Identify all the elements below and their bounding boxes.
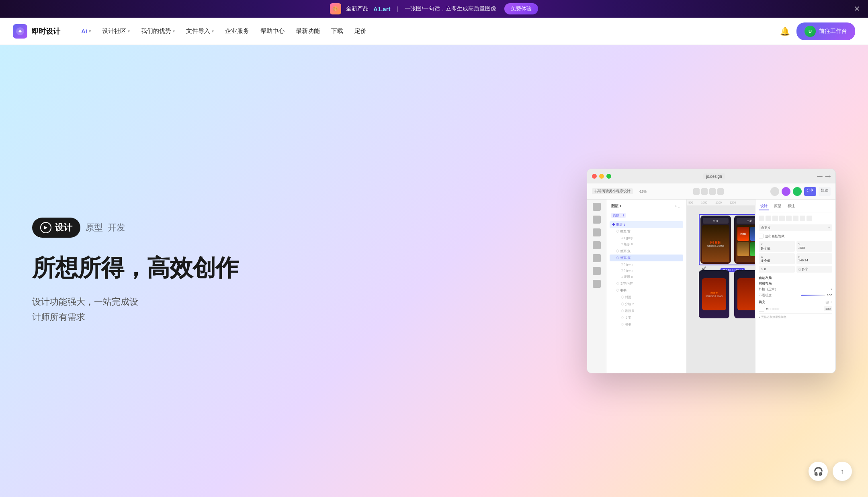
layer-item[interactable]: ◆ 图层 1	[610, 221, 683, 228]
x-value: 多个值	[761, 246, 793, 251]
mockup-nav-forward-icon: ⟶	[825, 174, 831, 179]
top-banner: 🎨 全新产品 A1.art | 一张图/一句话，立即生成高质量图像 免费体验 ✕	[0, 0, 868, 18]
props-tabs: 设计 原型 标注	[759, 203, 832, 212]
selection-border: 9:41 FIRE WRECKS A SONG	[699, 214, 755, 265]
tag-design-label: 设计	[55, 222, 72, 234]
layer-item[interactable]: ◇ 整页/底	[610, 248, 683, 255]
nav-item-ai[interactable]: Ai ▾	[76, 24, 96, 38]
opacity-value: 100	[827, 293, 832, 297]
nav-item-help[interactable]: 帮助中心	[256, 24, 289, 38]
outside-label: 外框（正常）	[759, 287, 778, 291]
wh-size: W 多个值 H 146.34	[759, 253, 832, 264]
scroll-up-icon: ↑	[841, 467, 844, 476]
opacity-slider[interactable]	[801, 295, 825, 296]
layer-item-active[interactable]: ◇ 整页/底	[610, 255, 683, 261]
custom-dropdown[interactable]: 自定义 ▾	[759, 224, 832, 231]
props-tab-design[interactable]: 设计	[759, 203, 769, 210]
banner-product-name: A1.art	[373, 6, 391, 12]
layer-item[interactable]: ◇ 文案	[610, 314, 683, 321]
layer-item[interactable]: □ 矩形 8	[610, 273, 683, 280]
nav-item-enterprise-label: 企业服务	[225, 27, 249, 35]
scroll-to-top-button[interactable]: ↑	[833, 462, 852, 481]
mockup-project-name: 书籍阅读类小程序设计	[592, 188, 633, 194]
tag-design: ▶ 设计	[32, 218, 80, 238]
logo-text: 即时设计	[31, 26, 60, 36]
fill-color-swatch[interactable]	[759, 306, 764, 312]
fill-row: #FFFFFF 100	[759, 306, 832, 312]
y-coord[interactable]: Y -238	[796, 241, 833, 252]
clip-toggle-row: 超出画板隐藏	[759, 234, 832, 238]
props-tab-prototype[interactable]: 原型	[772, 203, 783, 210]
section-text: 自动布局	[759, 276, 832, 280]
hero-subtitle-line1: 设计功能强大，一站完成设	[32, 297, 138, 307]
sidebar-tool-3	[593, 228, 601, 236]
layer-item[interactable]: □ 6.jpeg	[610, 261, 683, 267]
layers-add-icon: + ...	[675, 204, 682, 208]
layer-item[interactable]: ◇ 封面	[610, 294, 683, 301]
height-value: 146.34	[798, 259, 831, 262]
nav-item-import-chevron: ▾	[212, 29, 214, 33]
support-button[interactable]: 🎧	[809, 462, 828, 481]
sidebar-tool-6	[593, 267, 601, 275]
layer-item[interactable]: ◇ 书书	[610, 321, 683, 328]
tag-prototype-label: 原型	[85, 222, 103, 234]
layer-item[interactable]: □ 矩形 8	[610, 241, 683, 248]
canvas-content-area: 9:41 FIRE WRECKS A SONG	[687, 206, 755, 373]
mockup-toolbar-right	[693, 188, 724, 195]
align-center-icon	[766, 216, 771, 221]
nav-item-enterprise[interactable]: 企业服务	[220, 24, 254, 38]
phone-mockup-5	[734, 270, 755, 318]
layer-item[interactable]: ◇ 书书	[610, 287, 683, 294]
navbar: 即时设计 Ai ▾ 设计社区 ▾ 我们的优势 ▾ 文件导入 ▾ 企业服务 帮助中…	[0, 18, 868, 45]
hero-left: ▶ 设计 原型 开发 所想所得，高效创作 设计功能强大，一站完成设 计师所有需求	[32, 218, 289, 324]
layer-item[interactable]: ◇ 分组 2	[610, 301, 683, 308]
banner-description: 一张图/一句话，立即生成高质量图像	[405, 5, 496, 12]
titlebar-dot-yellow	[599, 174, 604, 179]
nav-item-community-chevron: ▾	[128, 29, 130, 33]
layer-item[interactable]: ◇ 整页/首	[610, 228, 683, 235]
y-value: -238	[798, 246, 831, 250]
nav-item-features[interactable]: 最新功能	[291, 24, 325, 38]
mockup-body: 图层 1 + ... 页数：1 ◆ 图层 1 ◇ 整页/首 □ 6.jpeg	[587, 200, 835, 373]
tag-dev-label: 开发	[108, 222, 125, 234]
toolbar-tool-3	[709, 188, 716, 195]
workspace-button[interactable]: U 前往工作台	[796, 22, 855, 40]
logo[interactable]: 即时设计	[13, 24, 60, 39]
mockup-toolbar: 书籍阅读类小程序设计 62% 分享 预览	[587, 183, 835, 200]
clip-checkbox[interactable]	[759, 234, 764, 238]
align-middle-icon	[786, 216, 792, 221]
stroke-hint: ● 无描边和效果叠加色	[759, 313, 832, 319]
height-field[interactable]: H 146.34	[796, 253, 833, 264]
toolbar-tool-2	[701, 188, 708, 195]
nav-item-pricing[interactable]: 定价	[350, 24, 371, 38]
x-coord[interactable]: X 多个值	[759, 241, 795, 252]
mockup-layers-panel: 图层 1 + ... 页数：1 ◆ 图层 1 ◇ 整页/首 □ 6.jpeg	[606, 200, 687, 373]
layer-item[interactable]: ◇ 文字内容	[610, 280, 683, 287]
notification-bell-icon[interactable]: 🔔	[780, 26, 790, 36]
banner-prefix: 全新产品	[346, 5, 368, 12]
align-top-icon	[779, 216, 785, 221]
toolbar-tool-4	[717, 188, 724, 195]
props-tab-annotation[interactable]: 标注	[786, 203, 796, 210]
layer-item[interactable]: □ 6.jpeg	[610, 235, 683, 241]
nav-item-download[interactable]: 下载	[326, 24, 348, 38]
corner-field[interactable]: ◻ 多个	[796, 266, 833, 273]
nav-item-import-label: 文件导入	[186, 27, 210, 35]
hero-section: ▶ 设计 原型 开发 所想所得，高效创作 设计功能强大，一站完成设 计师所有需求…	[0, 45, 868, 497]
banner-product-icon: 🎨	[330, 3, 341, 14]
mockup-nav-icon: ⟵	[817, 174, 823, 179]
layer-item[interactable]: ◇ 连接条	[610, 308, 683, 314]
opacity-row: 不透明度 100	[759, 293, 832, 297]
hero-right: js.design ⟵ ⟶ 书籍阅读类小程序设计 62%	[289, 169, 836, 373]
nav-item-import[interactable]: 文件导入 ▾	[181, 24, 219, 38]
layer-item[interactable]: □ 6.jpeg	[610, 267, 683, 273]
banner-cta-button[interactable]: 免费体验	[504, 3, 538, 14]
nav-item-community[interactable]: 设计社区 ▾	[97, 24, 135, 38]
width-field[interactable]: W 多个值	[759, 253, 795, 264]
hero-title: 所想所得，高效创作	[32, 254, 289, 282]
rotation-field[interactable]: ⟳ 0	[759, 266, 795, 273]
banner-close-button[interactable]: ✕	[854, 4, 860, 13]
nav-item-advantages[interactable]: 我们的优势 ▾	[136, 24, 180, 38]
phone-mockup-2: 书架 FIRE	[734, 216, 755, 264]
align-bottom-icon	[793, 216, 798, 221]
